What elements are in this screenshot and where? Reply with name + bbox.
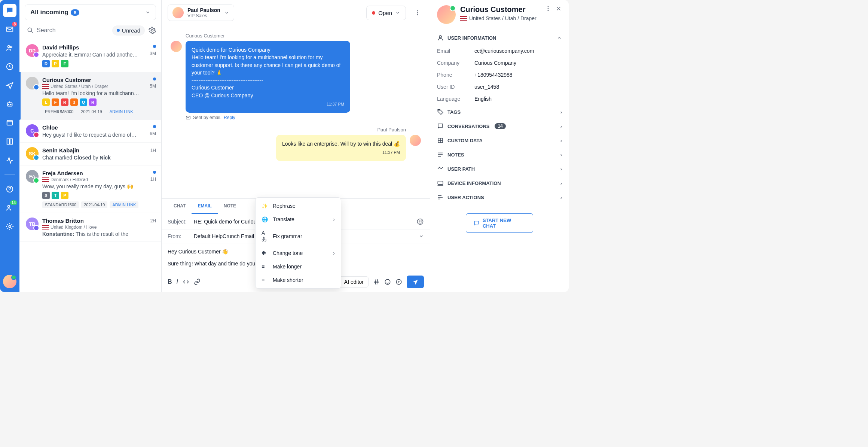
info-row: User IDuser_1458 (437, 81, 562, 93)
svg-point-13 (417, 12, 418, 13)
inbox-settings-icon[interactable] (149, 27, 156, 34)
svg-point-4 (8, 104, 9, 105)
chevron-down-icon (395, 10, 400, 15)
section-device-info[interactable]: DEVICE INFORMATION› (437, 176, 562, 190)
rail-chat-icon[interactable] (3, 4, 16, 17)
rail-activity-icon[interactable] (3, 153, 16, 167)
search-placeholder: Search (37, 27, 56, 34)
rail-settings-icon[interactable] (3, 220, 16, 233)
team-badge: 14 (10, 200, 17, 205)
customer-name: Curious Customer (460, 5, 537, 14)
chevron-down-icon (224, 10, 229, 15)
chat-icon (474, 220, 480, 226)
section-user-path[interactable]: USER PATH› (437, 162, 562, 176)
status-dot (372, 11, 375, 15)
ai-translate[interactable]: 🌐Translate› (256, 213, 341, 226)
inbox-filter-dropdown[interactable]: All incoming8 (25, 4, 156, 20)
rail-bot-icon[interactable] (3, 97, 16, 111)
svg-point-17 (419, 221, 420, 222)
search-input[interactable]: Search (25, 25, 109, 36)
conversation-item[interactable]: TB Thomas Britton United Kingdom / Hove … (19, 213, 161, 242)
message-time: 11:37 PM (282, 150, 400, 156)
hash-icon[interactable] (373, 279, 380, 285)
customer-location: United States / Utah / Draper (460, 15, 537, 21)
send-button[interactable] (407, 276, 424, 288)
section-user-info[interactable]: USER INFORMATION (437, 31, 562, 45)
data-icon (437, 137, 444, 144)
email-icon (186, 115, 191, 120)
info-row: Emailcc@curiouscompany.com (437, 45, 562, 57)
agent-avatar (410, 135, 421, 146)
chat-more-icon[interactable] (411, 6, 424, 19)
tag-icon (437, 109, 444, 115)
device-icon (437, 180, 444, 186)
ai-change-tone[interactable]: 🗣Change tone› (256, 246, 341, 260)
unread-filter[interactable]: Unread (112, 25, 145, 36)
rail-help-icon[interactable] (3, 182, 16, 196)
svg-point-9 (9, 225, 11, 228)
rail-contacts-icon[interactable] (3, 41, 16, 55)
svg-point-23 (548, 10, 549, 11)
rail-user-avatar[interactable] (3, 275, 16, 288)
chevron-down-icon (419, 234, 424, 239)
chevron-down-icon (145, 10, 150, 15)
start-new-chat-button[interactable]: START NEW CHAT (466, 213, 533, 233)
details-close-icon[interactable] (555, 5, 562, 12)
attach-icon[interactable] (395, 279, 402, 285)
ai-editor-menu: ✨Rephrase 🌐Translate› AあFix grammar 🗣Cha… (255, 197, 341, 289)
customer-avatar (171, 41, 182, 52)
assignee-avatar (172, 7, 184, 18)
code-icon[interactable] (183, 279, 189, 285)
info-row: Phone+180954432988 (437, 69, 562, 81)
ai-make-longer[interactable]: ≡Make longer (256, 260, 341, 273)
composer-tab-chat[interactable]: CHAT (168, 199, 192, 214)
assignee-dropdown[interactable]: Paul PaulsonVIP Sales (168, 4, 234, 21)
rail-send-icon[interactable] (3, 79, 16, 92)
svg-rect-27 (438, 181, 443, 185)
filter-count: 8 (71, 9, 79, 16)
conversation-item[interactable]: FA Freja Andersen Denmark / Hillerød Wow… (19, 165, 161, 213)
actions-icon (437, 194, 444, 201)
section-conversations[interactable]: CONVERSATIONS14› (437, 119, 562, 133)
notes-icon (437, 151, 444, 158)
section-notes[interactable]: NOTES› (437, 148, 562, 162)
details-more-icon[interactable] (545, 5, 551, 12)
svg-point-19 (385, 279, 390, 285)
svg-point-14 (417, 14, 418, 15)
ai-fix-grammar[interactable]: AあFix grammar (256, 226, 341, 246)
inbox-badge: 8 (12, 22, 17, 27)
composer-tab-email[interactable]: EMAIL (192, 199, 217, 214)
conversation-item[interactable]: SK Senin Kabajin Chat marked Closed by N… (19, 143, 161, 165)
composer-tab-note[interactable]: NOTE (218, 199, 242, 214)
message-body: Quick demo for Curious Company Hello tea… (192, 46, 344, 99)
link-icon[interactable] (194, 279, 201, 285)
rail-history-icon[interactable] (3, 60, 16, 73)
italic-icon[interactable]: I (177, 279, 178, 285)
conversation-item[interactable]: C Chloe Hey guys! I'd like to request a … (19, 120, 161, 143)
ai-rephrase[interactable]: ✨Rephrase (256, 199, 341, 213)
rail-kb-icon[interactable] (3, 135, 16, 148)
reply-link[interactable]: Reply (224, 115, 235, 120)
message-bubble-note: Looks like an enterprise. Will try to wi… (276, 135, 406, 161)
emoji-icon[interactable] (384, 279, 391, 285)
section-tags[interactable]: TAGS› (437, 105, 562, 119)
ai-make-shorter[interactable]: ≡Make shorter (256, 273, 341, 287)
rail-inbox-icon[interactable]: 8 (3, 22, 16, 36)
conversation-item[interactable]: DP David Phillips Appreciate it, Emma! C… (19, 40, 161, 72)
info-row: CompanyCurious Company (437, 57, 562, 69)
bold-icon[interactable]: B (168, 279, 172, 285)
svg-point-21 (548, 6, 549, 7)
rail-popup-icon[interactable] (3, 116, 16, 130)
conversation-item[interactable]: Curious Customer United States / Utah / … (19, 72, 161, 120)
rail-team-icon[interactable]: 14 (3, 201, 16, 215)
emoji-icon[interactable] (416, 218, 424, 225)
message-body: Looks like an enterprise. Will try to wi… (282, 140, 400, 148)
message-sender: Curious Customer (186, 33, 421, 39)
filter-label: All incoming (30, 9, 68, 16)
status-dropdown[interactable]: Open (366, 6, 406, 20)
search-icon (27, 27, 34, 34)
svg-point-5 (10, 104, 11, 105)
section-user-actions[interactable]: USER ACTIONS› (437, 190, 562, 204)
svg-point-22 (548, 8, 549, 9)
section-custom-data[interactable]: CUSTOM DATA› (437, 133, 562, 148)
